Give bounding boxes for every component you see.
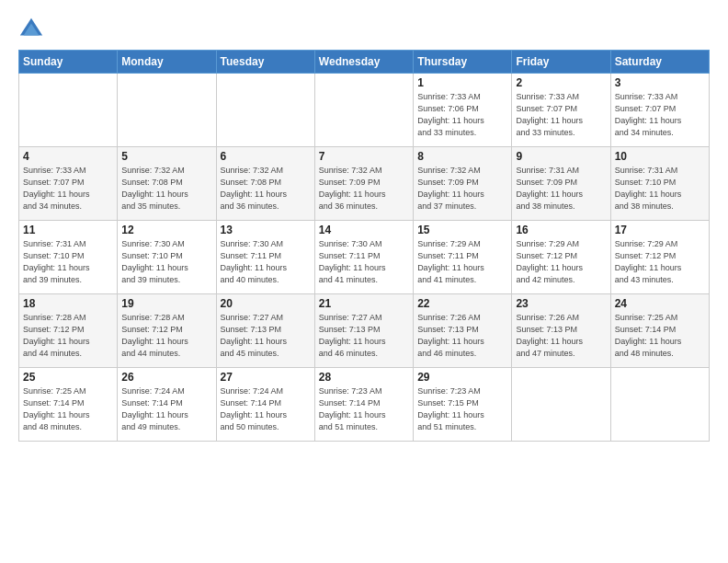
day-number: 3 (615, 76, 705, 89)
calendar-cell: 7Sunrise: 7:32 AM Sunset: 7:09 PM Daylig… (314, 147, 413, 221)
calendar-week-2: 11Sunrise: 7:31 AM Sunset: 7:10 PM Dayli… (19, 221, 710, 294)
day-info: Sunrise: 7:29 AM Sunset: 7:12 PM Dayligh… (516, 238, 606, 286)
calendar-cell: 9Sunrise: 7:31 AM Sunset: 7:09 PM Daylig… (512, 147, 610, 221)
weekday-header-thursday: Thursday (414, 51, 512, 74)
day-number: 8 (417, 150, 507, 163)
day-number: 2 (516, 76, 606, 89)
weekday-header-sunday: Sunday (19, 51, 118, 74)
day-number: 22 (417, 297, 507, 310)
calendar-cell: 4Sunrise: 7:33 AM Sunset: 7:07 PM Daylig… (19, 147, 118, 221)
day-info: Sunrise: 7:25 AM Sunset: 7:14 PM Dayligh… (615, 312, 705, 360)
day-number: 26 (121, 371, 211, 384)
day-number: 27 (221, 371, 311, 384)
calendar-cell (19, 74, 118, 147)
day-info: Sunrise: 7:32 AM Sunset: 7:08 PM Dayligh… (221, 165, 311, 213)
day-info: Sunrise: 7:32 AM Sunset: 7:09 PM Dayligh… (417, 165, 507, 213)
weekday-header-tuesday: Tuesday (216, 51, 314, 74)
calendar-cell (610, 368, 709, 442)
day-info: Sunrise: 7:23 AM Sunset: 7:14 PM Dayligh… (319, 385, 409, 433)
day-info: Sunrise: 7:29 AM Sunset: 7:11 PM Dayligh… (417, 238, 507, 286)
calendar-cell: 5Sunrise: 7:32 AM Sunset: 7:08 PM Daylig… (118, 147, 216, 221)
calendar-cell: 11Sunrise: 7:31 AM Sunset: 7:10 PM Dayli… (19, 221, 118, 294)
calendar-cell: 2Sunrise: 7:33 AM Sunset: 7:07 PM Daylig… (512, 74, 610, 147)
calendar-cell: 1Sunrise: 7:33 AM Sunset: 7:06 PM Daylig… (414, 74, 512, 147)
calendar-cell: 24Sunrise: 7:25 AM Sunset: 7:14 PM Dayli… (610, 294, 709, 368)
day-number: 20 (221, 297, 311, 310)
calendar-cell (118, 74, 216, 147)
weekday-header-row: SundayMondayTuesdayWednesdayThursdayFrid… (19, 51, 710, 74)
day-number: 21 (319, 297, 409, 310)
day-info: Sunrise: 7:28 AM Sunset: 7:12 PM Dayligh… (121, 312, 211, 360)
weekday-header-monday: Monday (118, 51, 216, 74)
weekday-header-wednesday: Wednesday (314, 51, 413, 74)
calendar-cell: 19Sunrise: 7:28 AM Sunset: 7:12 PM Dayli… (118, 294, 216, 368)
day-info: Sunrise: 7:31 AM Sunset: 7:09 PM Dayligh… (516, 165, 606, 213)
calendar-week-0: 1Sunrise: 7:33 AM Sunset: 7:06 PM Daylig… (19, 74, 710, 147)
calendar-cell: 28Sunrise: 7:23 AM Sunset: 7:14 PM Dayli… (314, 368, 413, 442)
weekday-header-saturday: Saturday (610, 51, 709, 74)
day-info: Sunrise: 7:33 AM Sunset: 7:07 PM Dayligh… (516, 91, 606, 139)
day-number: 13 (221, 224, 311, 236)
day-info: Sunrise: 7:27 AM Sunset: 7:13 PM Dayligh… (319, 312, 409, 360)
day-info: Sunrise: 7:26 AM Sunset: 7:13 PM Dayligh… (417, 312, 507, 360)
day-number: 10 (615, 150, 705, 163)
logo-icon (18, 17, 44, 42)
day-number: 17 (615, 224, 705, 236)
day-info: Sunrise: 7:32 AM Sunset: 7:09 PM Dayligh… (319, 165, 409, 213)
calendar-week-4: 25Sunrise: 7:25 AM Sunset: 7:14 PM Dayli… (19, 368, 710, 442)
day-number: 5 (121, 150, 211, 163)
day-info: Sunrise: 7:30 AM Sunset: 7:10 PM Dayligh… (121, 238, 211, 286)
day-info: Sunrise: 7:24 AM Sunset: 7:14 PM Dayligh… (221, 385, 311, 433)
day-number: 18 (23, 297, 113, 310)
calendar-cell: 15Sunrise: 7:29 AM Sunset: 7:11 PM Dayli… (414, 221, 512, 294)
calendar-cell: 22Sunrise: 7:26 AM Sunset: 7:13 PM Dayli… (414, 294, 512, 368)
calendar-week-3: 18Sunrise: 7:28 AM Sunset: 7:12 PM Dayli… (19, 294, 710, 368)
day-info: Sunrise: 7:31 AM Sunset: 7:10 PM Dayligh… (23, 238, 113, 286)
calendar-cell: 16Sunrise: 7:29 AM Sunset: 7:12 PM Dayli… (512, 221, 610, 294)
calendar-cell (216, 74, 314, 147)
calendar-cell: 10Sunrise: 7:31 AM Sunset: 7:10 PM Dayli… (610, 147, 709, 221)
day-info: Sunrise: 7:25 AM Sunset: 7:14 PM Dayligh… (23, 385, 113, 433)
weekday-header-friday: Friday (512, 51, 610, 74)
day-number: 28 (319, 371, 409, 384)
calendar-cell: 6Sunrise: 7:32 AM Sunset: 7:08 PM Daylig… (216, 147, 314, 221)
day-info: Sunrise: 7:23 AM Sunset: 7:15 PM Dayligh… (417, 385, 507, 433)
day-info: Sunrise: 7:33 AM Sunset: 7:06 PM Dayligh… (417, 91, 507, 139)
calendar-cell: 23Sunrise: 7:26 AM Sunset: 7:13 PM Dayli… (512, 294, 610, 368)
day-number: 4 (23, 150, 113, 163)
day-info: Sunrise: 7:26 AM Sunset: 7:13 PM Dayligh… (516, 312, 606, 360)
day-info: Sunrise: 7:24 AM Sunset: 7:14 PM Dayligh… (121, 385, 211, 433)
day-number: 9 (516, 150, 606, 163)
day-info: Sunrise: 7:33 AM Sunset: 7:07 PM Dayligh… (23, 165, 113, 213)
day-info: Sunrise: 7:30 AM Sunset: 7:11 PM Dayligh… (319, 238, 409, 286)
calendar-cell: 26Sunrise: 7:24 AM Sunset: 7:14 PM Dayli… (118, 368, 216, 442)
day-info: Sunrise: 7:33 AM Sunset: 7:07 PM Dayligh… (615, 91, 705, 139)
calendar-cell: 3Sunrise: 7:33 AM Sunset: 7:07 PM Daylig… (610, 74, 709, 147)
calendar-table: SundayMondayTuesdayWednesdayThursdayFrid… (18, 50, 710, 442)
day-info: Sunrise: 7:28 AM Sunset: 7:12 PM Dayligh… (23, 312, 113, 360)
calendar-cell: 8Sunrise: 7:32 AM Sunset: 7:09 PM Daylig… (414, 147, 512, 221)
day-number: 15 (417, 224, 507, 236)
calendar-week-1: 4Sunrise: 7:33 AM Sunset: 7:07 PM Daylig… (19, 147, 710, 221)
day-number: 16 (516, 224, 606, 236)
calendar-cell: 20Sunrise: 7:27 AM Sunset: 7:13 PM Dayli… (216, 294, 314, 368)
day-info: Sunrise: 7:27 AM Sunset: 7:13 PM Dayligh… (221, 312, 311, 360)
calendar-cell: 21Sunrise: 7:27 AM Sunset: 7:13 PM Dayli… (314, 294, 413, 368)
day-info: Sunrise: 7:30 AM Sunset: 7:11 PM Dayligh… (221, 238, 311, 286)
day-info: Sunrise: 7:32 AM Sunset: 7:08 PM Dayligh… (121, 165, 211, 213)
day-number: 14 (319, 224, 409, 236)
day-number: 6 (221, 150, 311, 163)
calendar-cell (314, 74, 413, 147)
calendar-cell (512, 368, 610, 442)
day-number: 25 (23, 371, 113, 384)
calendar-cell: 25Sunrise: 7:25 AM Sunset: 7:14 PM Dayli… (19, 368, 118, 442)
calendar-cell: 27Sunrise: 7:24 AM Sunset: 7:14 PM Dayli… (216, 368, 314, 442)
day-number: 19 (121, 297, 211, 310)
calendar-cell: 29Sunrise: 7:23 AM Sunset: 7:15 PM Dayli… (414, 368, 512, 442)
calendar-cell: 12Sunrise: 7:30 AM Sunset: 7:10 PM Dayli… (118, 221, 216, 294)
calendar-cell: 14Sunrise: 7:30 AM Sunset: 7:11 PM Dayli… (314, 221, 413, 294)
calendar-cell: 18Sunrise: 7:28 AM Sunset: 7:12 PM Dayli… (19, 294, 118, 368)
page: SundayMondayTuesdayWednesdayThursdayFrid… (0, 0, 728, 563)
day-info: Sunrise: 7:29 AM Sunset: 7:12 PM Dayligh… (615, 238, 705, 286)
calendar-cell: 17Sunrise: 7:29 AM Sunset: 7:12 PM Dayli… (610, 221, 709, 294)
